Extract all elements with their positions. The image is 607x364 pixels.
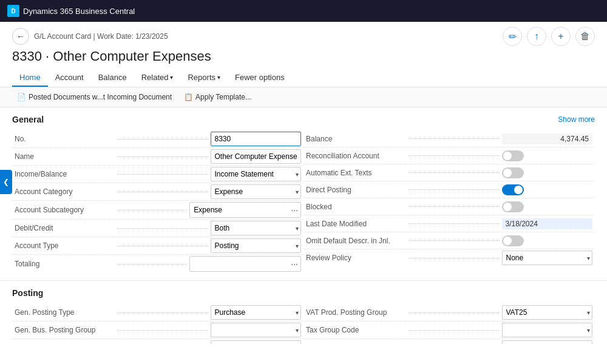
delete-button[interactable]: 🗑	[575, 27, 595, 46]
account-type-label: Account Type	[15, 241, 115, 250]
no-input[interactable]	[211, 132, 302, 146]
breadcrumb-row: ← G/L Account Card | Work Date: 1/23/202…	[12, 27, 595, 46]
review-policy-select-wrap: None Require Review ▾	[502, 251, 593, 265]
balance-label: Balance	[306, 135, 406, 143]
gen-prod-posting-group-select[interactable]: MISC	[211, 340, 302, 344]
account-category-label: Account Category	[15, 187, 115, 196]
sep	[117, 312, 208, 313]
template-icon: 📋	[184, 93, 193, 101]
gen-posting-type-label: Gen. Posting Type	[15, 308, 115, 317]
apply-template-label: Apply Template...	[195, 93, 251, 101]
reports-chevron: ▾	[217, 74, 220, 81]
add-button[interactable]: +	[551, 27, 571, 46]
gen-posting-type-select[interactable]: Purchase Sale <blank>	[211, 305, 302, 320]
sep	[117, 210, 187, 211]
direct-posting-toggle[interactable]	[502, 184, 524, 195]
apply-template-button[interactable]: 📋 Apply Template...	[179, 91, 256, 103]
income-balance-label: Income/Balance	[15, 170, 115, 178]
nav-tabs: Home Account Balance Related ▾ Reports ▾…	[12, 69, 595, 87]
logo-icon: D	[7, 5, 19, 17]
review-policy-value: None Require Review ▾	[502, 251, 593, 265]
field-reconciliation: Reconciliation Account	[304, 147, 595, 164]
gen-prod-posting-group-label: Gen. Prod. Posting Group	[15, 343, 115, 344]
tab-account[interactable]: Account	[48, 69, 91, 87]
account-category-value: Expense Income Assets ▾	[211, 184, 302, 199]
totaling-lookup[interactable]: ···	[288, 257, 300, 271]
tab-balance[interactable]: Balance	[91, 69, 134, 87]
income-balance-value: Income Statement Balance Sheet ▾	[211, 167, 302, 181]
field-income-balance: Income/Balance Income Statement Balance …	[12, 166, 304, 183]
default-ic-partner-select[interactable]	[502, 340, 593, 344]
sep	[117, 264, 187, 265]
account-subcategory-lookup[interactable]: ···	[288, 203, 300, 217]
header-actions: ✏ ↑ + 🗑	[503, 27, 595, 46]
field-auto-ext: Automatic Ext. Texts	[304, 164, 595, 181]
debit-credit-select[interactable]: Both Debit Credit	[211, 221, 302, 235]
debit-credit-value: Both Debit Credit ▾	[211, 221, 302, 235]
sep	[409, 206, 500, 207]
posting-form-grid: Gen. Posting Type Purchase Sale <blank> …	[12, 304, 595, 344]
review-policy-select[interactable]: None Require Review	[502, 251, 593, 265]
posting-right-col: VAT Prod. Posting Group VAT25 ▾ Tax Grou…	[304, 304, 595, 344]
reconciliation-toggle[interactable]	[502, 150, 524, 161]
account-category-select[interactable]: Expense Income Assets	[211, 184, 302, 199]
tab-related[interactable]: Related ▾	[134, 69, 181, 87]
reconciliation-toggle-wrap	[502, 150, 593, 161]
general-right-col: Balance 4,374.45 Reconciliation Account	[304, 130, 595, 273]
blocked-toggle[interactable]	[502, 201, 524, 212]
gen-bus-posting-group-select[interactable]	[211, 323, 302, 337]
field-gen-bus-posting-group: Gen. Bus. Posting Group ▾	[12, 322, 304, 339]
income-balance-select-wrap: Income Statement Balance Sheet ▾	[211, 167, 302, 181]
field-account-category: Account Category Expense Income Assets ▾	[12, 183, 304, 201]
field-tax-group-code: Tax Group Code ▾	[304, 322, 595, 339]
action-bar: 📄 Posted Documents w...t Incoming Docume…	[0, 87, 607, 107]
general-form-grid: No. Name Income/Balance	[12, 130, 595, 273]
field-name: Name	[12, 148, 304, 166]
sidebar-toggle[interactable]: ❮	[0, 170, 12, 194]
sep	[117, 228, 208, 229]
posted-docs-label: Posted Documents w...t Incoming Document	[29, 93, 172, 101]
omit-default-toggle-wrap	[502, 235, 593, 246]
share-button[interactable]: ↑	[527, 27, 546, 46]
blocked-toggle-wrap	[502, 201, 593, 212]
tab-home[interactable]: Home	[12, 69, 48, 87]
edit-button[interactable]: ✏	[503, 27, 522, 46]
gen-bus-posting-group-value: ▾	[211, 323, 302, 337]
field-no: No.	[12, 130, 304, 148]
reconciliation-label: Reconciliation Account	[306, 152, 406, 160]
posting-section: Posting Gen. Posting Type Purchase Sale …	[0, 281, 607, 344]
field-review-policy: Review Policy None Require Review ▾	[304, 249, 595, 266]
field-vat-prod-posting-group: VAT Prod. Posting Group VAT25 ▾	[304, 304, 595, 322]
name-value	[211, 149, 302, 164]
account-category-select-wrap: Expense Income Assets ▾	[211, 184, 302, 199]
breadcrumb-left: ← G/L Account Card | Work Date: 1/23/202…	[12, 28, 168, 45]
tab-reports[interactable]: Reports ▾	[180, 69, 228, 87]
totaling-input[interactable]	[190, 257, 288, 271]
vat-prod-posting-group-select[interactable]: VAT25	[502, 305, 593, 320]
field-last-date-modified: Last Date Modified 3/18/2024	[304, 215, 595, 232]
vat-prod-posting-group-wrap: VAT25 ▾	[502, 305, 593, 320]
omit-default-toggle[interactable]	[502, 235, 524, 246]
income-balance-select[interactable]: Income Statement Balance Sheet	[211, 167, 302, 181]
show-more-button[interactable]: Show more	[558, 115, 595, 124]
general-section-header: General Show more	[12, 115, 595, 124]
tab-fewer-options[interactable]: Fewer options	[228, 69, 292, 87]
general-left-col: No. Name Income/Balance	[12, 130, 304, 273]
account-type-select[interactable]: Posting Heading Total	[211, 238, 302, 253]
blocked-slider	[502, 201, 524, 212]
sep	[117, 139, 208, 140]
vat-prod-posting-group-label: VAT Prod. Posting Group	[306, 308, 406, 317]
tax-group-code-select[interactable]	[502, 323, 593, 337]
tax-group-code-wrap: ▾	[502, 323, 593, 337]
field-gen-prod-posting-group: Gen. Prod. Posting Group MISC ▾	[12, 339, 304, 344]
auto-ext-slider	[502, 167, 524, 178]
auto-ext-toggle[interactable]	[502, 167, 524, 178]
vat-prod-posting-group-value: VAT25 ▾	[502, 305, 593, 320]
account-subcategory-value: ···	[189, 202, 301, 218]
field-balance: Balance 4,374.45	[304, 130, 595, 147]
posted-documents-button[interactable]: 📄 Posted Documents w...t Incoming Docume…	[12, 91, 177, 103]
back-button[interactable]: ←	[12, 28, 29, 45]
account-subcategory-input[interactable]	[190, 203, 288, 217]
name-input[interactable]	[211, 149, 302, 164]
totaling-label: Totaling	[15, 260, 115, 268]
